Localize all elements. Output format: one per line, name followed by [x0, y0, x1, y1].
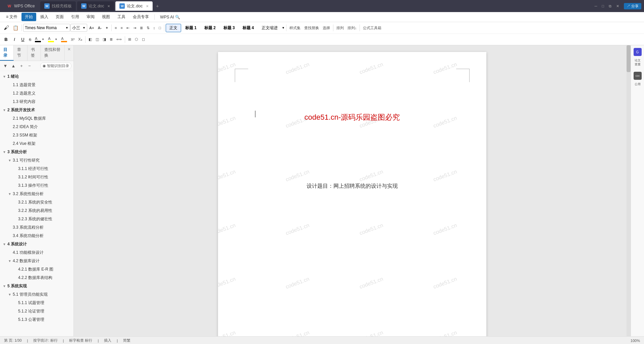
toc-expand-btn[interactable]: ▲	[10, 63, 17, 69]
sidebar-tab-chapter[interactable]: 章节	[14, 45, 28, 61]
strikethrough-btn[interactable]: S	[27, 37, 33, 43]
toc-item-5-1-3[interactable]: 5.1.3 公署管理	[0, 316, 73, 324]
minimize-button[interactable]: ─	[594, 4, 597, 8]
highlight-btn[interactable]: A ▼	[46, 36, 59, 43]
style-normal-btn[interactable]: 正文	[166, 24, 181, 32]
toc-item-4-1[interactable]: 4.1 功能模块设计	[0, 248, 73, 257]
formula-btn[interactable]: 公式工具箱	[361, 24, 383, 32]
align-justify-btn[interactable]: ≣	[138, 25, 145, 31]
toc-item-5-1-2[interactable]: 5.1.2 论证管理	[0, 307, 73, 316]
toc-item-4-2-1[interactable]: 4.2.1 数据库 E-R 图	[0, 265, 73, 274]
menu-insert[interactable]: 插入	[37, 13, 52, 21]
indent-decrease-btn[interactable]: ⇤	[125, 25, 131, 31]
menu-page[interactable]: 页面	[52, 13, 67, 21]
format-style-btn[interactable]: 🖌	[2, 24, 11, 32]
tab-doc1[interactable]: W 论文.doc ✕	[77, 1, 114, 11]
toc-item-3-2[interactable]: 3.2 系统性能分析	[0, 190, 73, 198]
tab-template[interactable]: W 找模壳模板	[40, 1, 76, 11]
font-color-btn[interactable]: A ▼	[33, 36, 46, 43]
style-dropdown-icon[interactable]: ▼	[282, 26, 285, 30]
toc-item-4-2-2[interactable]: 4.2.2 数据库表结构	[0, 274, 73, 282]
toc-add-btn[interactable]: +	[18, 63, 25, 69]
status-zoom[interactable]: 100%	[631, 339, 640, 343]
align-center-btn[interactable]: ◫	[94, 36, 101, 43]
toc-item-3-2-3[interactable]: 3.2.3 系统的健壮性	[0, 215, 73, 223]
tab-doc2[interactable]: W 论文.doc ✕	[115, 1, 153, 11]
toc-item-1-1[interactable]: 1.1 选题背景	[0, 81, 73, 89]
font-color-dropdown[interactable]: ▼	[42, 38, 44, 41]
font-clear-btn[interactable]: ✦	[104, 25, 110, 31]
doc-red-title[interactable]: code51.cn-源码乐园盗图必究	[245, 112, 460, 122]
toc-item-3[interactable]: 3 系统分析	[0, 148, 73, 156]
toc-item-3-3[interactable]: 3.3 系统流程分析	[0, 223, 73, 232]
toc-item-3-1-1[interactable]: 3.1.1 经济可行性	[0, 165, 73, 173]
menu-vip[interactable]: 会员专享	[129, 13, 152, 21]
toc-item-2[interactable]: 2 系统开发技术	[0, 106, 73, 114]
style-h3-btn[interactable]: 标题 3	[220, 24, 238, 32]
align-right-btn[interactable]: ◨	[101, 36, 108, 43]
toc-item-3-4[interactable]: 3.4 系统功能分析	[0, 232, 73, 240]
ai-toc-button[interactable]: ◉ 智能识别目录	[40, 62, 71, 69]
highlight-dropdown[interactable]: ▼	[55, 38, 57, 41]
toc-item-2-4[interactable]: 2.4 Vue 框架	[0, 139, 73, 148]
vertical-scrollbar[interactable]	[627, 45, 631, 336]
menu-wpsai[interactable]: WPS AI 🔍	[157, 13, 183, 21]
toc-item-2-2[interactable]: 2.2 IDEA 简介	[0, 123, 73, 131]
scrollbar-thumb[interactable]	[627, 45, 631, 72]
style-normal-indent-btn[interactable]: 正文缩进	[258, 24, 281, 32]
toc-item-1-3[interactable]: 1.3 研究内容	[0, 98, 73, 106]
maximize-button[interactable]: □	[602, 4, 604, 8]
toc-item-5-1-1[interactable]: 5.1.1 试题管理	[0, 299, 73, 307]
doc-content[interactable]: code51.cn-源码乐园盗图必究 设计题目：网上招聘系统的设计与实现	[218, 52, 486, 210]
tab-doc1-close[interactable]: ✕	[107, 4, 110, 8]
font-size-selector[interactable]: 小三 ▼	[70, 24, 87, 32]
restore-button[interactable]: ⧉	[609, 4, 611, 8]
toc-item-3-2-1[interactable]: 3.2.1 系统的安全性	[0, 198, 73, 207]
font-decrease-btn[interactable]: A-	[96, 25, 103, 31]
sidebar-tab-bookmark[interactable]: 书签	[28, 45, 41, 61]
document-area[interactable]: code51.cn code51.cn code51.cn code51.cn …	[74, 45, 631, 336]
superscript-btn[interactable]: X²	[69, 37, 76, 43]
table-btn[interactable]: ⊞	[126, 36, 133, 43]
italic-button[interactable]: I	[10, 36, 18, 44]
eraser-btn[interactable]: ◻	[140, 36, 147, 43]
tab-doc2-close[interactable]: ✕	[146, 4, 149, 8]
menu-tools[interactable]: 工具	[114, 13, 129, 21]
style-h4-btn[interactable]: 标题 4	[239, 24, 258, 32]
share-button[interactable]: ↗ 分享	[624, 3, 641, 9]
align-justify-btn2[interactable]: ≣	[108, 36, 114, 43]
font-increase-btn[interactable]: A+	[88, 25, 96, 31]
line-spacing-btn[interactable]: ↕	[152, 25, 157, 31]
font-name-selector[interactable]: Times New Roma ▼	[23, 24, 70, 32]
style-h2-btn[interactable]: 标题 2	[201, 24, 219, 32]
status-insert[interactable]: 插入	[104, 338, 111, 343]
sort2-btn[interactable]: 排列↓	[346, 24, 359, 32]
toc-item-3-1-2[interactable]: 3.1.2 时间可行性	[0, 173, 73, 181]
style-h1-btn[interactable]: 标题 1	[181, 24, 200, 32]
align-distribute-btn[interactable]: ⟺	[115, 36, 123, 43]
toc-item-4-2[interactable]: 4.2 数据库设计	[0, 257, 73, 265]
ch-btn[interactable]: CH	[634, 72, 642, 80]
subscript-btn[interactable]: X₂	[76, 36, 84, 43]
sidebar-tab-toc[interactable]: 目录	[0, 45, 14, 61]
menu-review[interactable]: 审阅	[83, 13, 98, 21]
list-ordered-btn[interactable]: ≡	[119, 25, 124, 31]
toc-item-2-1[interactable]: 2.1 MySQL 数据库	[0, 114, 73, 123]
align-left-btn[interactable]: ◧	[87, 36, 94, 43]
select-btn[interactable]: 选择	[321, 24, 332, 32]
toc-item-3-1[interactable]: 3.1 可行性研究	[0, 156, 73, 165]
doc-check-side-btn[interactable]: G	[634, 48, 642, 56]
shading-btn[interactable]: A	[59, 36, 69, 43]
toc-item-5[interactable]: 5 系统实现	[0, 282, 73, 290]
border-btn[interactable]: □	[157, 25, 163, 31]
style-manage-btn[interactable]: 样式集	[288, 24, 302, 32]
bold-button[interactable]: B	[2, 36, 10, 44]
toc-item-1-2[interactable]: 1.2 选题意义	[0, 89, 73, 98]
menu-file[interactable]: ≡ 文件	[3, 13, 21, 21]
toc-item-5-1[interactable]: 5.1 管理员功能实现	[0, 290, 73, 299]
sidebar-close-btn[interactable]: ✕	[65, 45, 73, 61]
toc-collapse-btn[interactable]: ▼	[2, 63, 9, 69]
menu-reference[interactable]: 引用	[68, 13, 83, 21]
toc-item-3-1-3[interactable]: 3.1.3 操作可行性	[0, 181, 73, 190]
underline-button[interactable]: U	[19, 36, 27, 44]
